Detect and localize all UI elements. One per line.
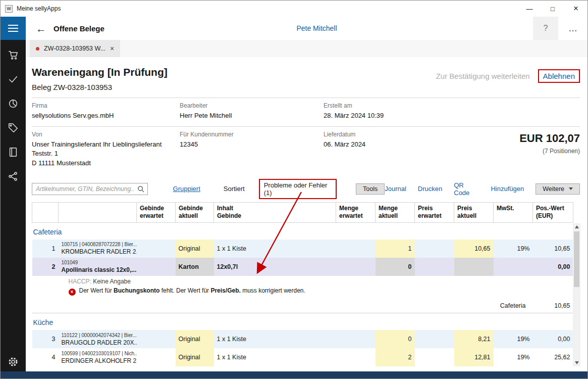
kundennummer-label: Für Kundennummer xyxy=(180,131,324,138)
col-menge-erwartet: Menge erwartet xyxy=(339,205,363,220)
app-window: W Meine sellyApps — □ × ← Offene Belege … xyxy=(0,0,588,379)
col-preis-erwartet: Preis erwartet xyxy=(418,205,442,220)
group-footer-cafeteria: Cafeteria 10,65 xyxy=(32,298,573,313)
maximize-button[interactable]: □ xyxy=(541,1,564,17)
mwst-cell: 19% xyxy=(494,330,533,348)
total-amount: EUR 102,07 xyxy=(519,132,580,145)
preis-aktuell-cell[interactable]: 8,21 xyxy=(454,330,494,348)
gebinde-aktuell-cell[interactable]: Original xyxy=(176,240,214,258)
journal-book-icon[interactable] xyxy=(1,140,26,164)
titlebar: W Meine sellyApps — □ × xyxy=(1,1,587,17)
search-icon[interactable] xyxy=(137,185,145,195)
table-row-selected[interactable]: 2 101049 Apollinaris classic 12x0,... Ka… xyxy=(32,258,573,276)
window-title: Meine sellyApps xyxy=(17,5,61,12)
group-header-cafeteria[interactable]: Cafeteria xyxy=(32,222,573,240)
error-icon: × xyxy=(69,289,76,296)
pos-wert-cell: 0,00 xyxy=(533,258,573,276)
app-icon: W xyxy=(5,5,13,13)
document-header: Wareneingang [In Prüfung] Beleg ZW-0328-… xyxy=(32,64,580,91)
tab-label: ZW-0328-103953 W... xyxy=(44,45,105,52)
gebinde-aktuell-cell[interactable]: Karton xyxy=(176,258,214,276)
article-cell: 100599 | 04002103019107 | Nich... ERDING… xyxy=(59,348,137,366)
inhalt-cell: 1 x 1 Kiste xyxy=(214,330,336,348)
journal-link[interactable]: Journal xyxy=(385,185,406,193)
table-row[interactable]: 3 110122 | 00000042074342 | Bier... BRAU… xyxy=(32,330,573,348)
meta-row-1: Firma sellysolutions Serv.ges.mbH Bearbe… xyxy=(32,98,580,126)
von-line-1: Unser Trainingslieferant Ihr Lieblingsli… xyxy=(32,140,180,149)
print-link[interactable]: Drucken xyxy=(418,185,442,193)
document-tab[interactable]: ZW-0328-103953 W... × xyxy=(30,40,120,57)
more-dropdown-button[interactable]: Weitere xyxy=(536,183,580,195)
col-gebinde-erwartet: Gebinde erwartet xyxy=(140,205,164,220)
lieferdatum-label: Lieferdatum xyxy=(324,131,440,138)
scroll-down-arrow[interactable] xyxy=(573,359,580,366)
error-message: Der Wert für Buchungskonto fehlt. Der We… xyxy=(79,287,305,294)
help-button[interactable]: ? xyxy=(533,17,558,40)
article-cell: 110122 | 00000042074342 | Bier... BRAUGO… xyxy=(59,330,137,348)
gebinde-aktuell-cell[interactable]: Original xyxy=(176,348,214,366)
col-inhalt-gebinde: Inhalt Gebinde xyxy=(217,205,241,220)
add-link[interactable]: Hinzufügen xyxy=(491,185,524,193)
row-number: 1 xyxy=(32,240,59,258)
menge-aktuell-cell[interactable]: 0 xyxy=(376,330,415,348)
more-options-button[interactable]: … xyxy=(558,17,587,40)
row-number: 3 xyxy=(32,330,59,348)
gebinde-aktuell-cell[interactable]: Original xyxy=(176,330,214,348)
forward-for-confirmation-button[interactable]: Zur Bestätigung weiterleiten xyxy=(436,72,530,80)
pos-wert-cell: 0,00 xyxy=(533,330,573,348)
settings-gear-icon[interactable] xyxy=(1,352,26,371)
tools-button[interactable]: Tools xyxy=(356,183,385,195)
inhalt-cell: 12x0,7l xyxy=(214,258,336,276)
chevron-down-icon xyxy=(569,187,573,190)
col-pos-wert: Pos.-Wert (EUR) xyxy=(536,205,564,220)
positions-count: (7 Positionen) xyxy=(519,148,580,155)
row-number: 2 xyxy=(32,258,59,276)
bearbeiter-value: Herr Pete Mitchell xyxy=(180,111,324,120)
col-gebinde-aktuell: Gebinde aktuell xyxy=(179,205,203,220)
problems-filter[interactable]: Probleme oder Fehler (1) xyxy=(259,179,337,199)
row-number: 4 xyxy=(32,348,59,366)
hamburger-menu-button[interactable] xyxy=(1,17,26,40)
search-box xyxy=(32,183,148,195)
reject-button[interactable]: Ablehnen xyxy=(538,69,580,83)
bearbeiter-label: Bearbeiter xyxy=(180,102,324,109)
scroll-up-arrow[interactable] xyxy=(573,223,580,230)
qr-code-link[interactable]: QR Code xyxy=(454,181,479,197)
menge-aktuell-cell[interactable]: 1 xyxy=(376,240,415,258)
preis-aktuell-cell[interactable] xyxy=(454,258,494,276)
price-tag-icon[interactable] xyxy=(1,116,26,140)
document-content: Wareneingang [In Prüfung] Beleg ZW-0328-… xyxy=(26,57,587,371)
table-row[interactable]: 1 100715 | 04008287072228 | Bier... KROM… xyxy=(32,240,573,258)
mwst-cell: 19% xyxy=(494,240,533,258)
table-row[interactable]: 4 100599 | 04002103019107 | Nich... ERDI… xyxy=(32,348,573,366)
share-network-icon[interactable] xyxy=(1,164,26,188)
minimize-button[interactable]: — xyxy=(518,1,541,17)
pie-chart-icon[interactable] xyxy=(1,91,26,116)
unsaved-dot-icon xyxy=(36,47,39,51)
back-button[interactable]: ← xyxy=(36,23,46,34)
col-mwst: MwSt. xyxy=(497,205,514,212)
preis-aktuell-cell[interactable]: 10,65 xyxy=(454,240,494,258)
menge-aktuell-cell[interactable]: 0 xyxy=(376,258,415,276)
bottom-status-bar xyxy=(1,371,587,378)
grouped-toggle[interactable]: Gruppiert xyxy=(173,185,200,193)
positions-table-wrap: Gebinde erwartet Gebinde aktuell Inhalt … xyxy=(32,202,580,367)
preis-aktuell-cell[interactable]: 12,81 xyxy=(454,348,494,366)
check-icon[interactable] xyxy=(1,67,26,91)
menge-aktuell-cell[interactable]: 2 xyxy=(376,348,415,366)
group-header-kueche[interactable]: Küche xyxy=(32,313,573,330)
vertical-scrollbar[interactable] xyxy=(573,223,580,367)
user-name-link[interactable]: Pete Mitchell xyxy=(296,24,337,32)
sidebar xyxy=(1,40,26,371)
tab-close-icon[interactable]: × xyxy=(110,44,114,53)
haccp-label: HACCP: xyxy=(69,278,91,285)
scrollbar-thumb[interactable] xyxy=(574,231,579,287)
table-header-row: Gebinde erwartet Gebinde aktuell Inhalt … xyxy=(32,202,573,222)
cart-icon[interactable] xyxy=(1,43,26,67)
article-cell: 101049 Apollinaris classic 12x0,... xyxy=(59,258,137,276)
close-button[interactable]: × xyxy=(564,1,587,17)
sorted-toggle[interactable]: Sortiert xyxy=(224,185,245,193)
article-cell: 100715 | 04008287072228 | Bier... KROMBA… xyxy=(59,240,137,258)
search-input[interactable] xyxy=(32,183,147,195)
nav-actions: ? … xyxy=(533,17,587,40)
